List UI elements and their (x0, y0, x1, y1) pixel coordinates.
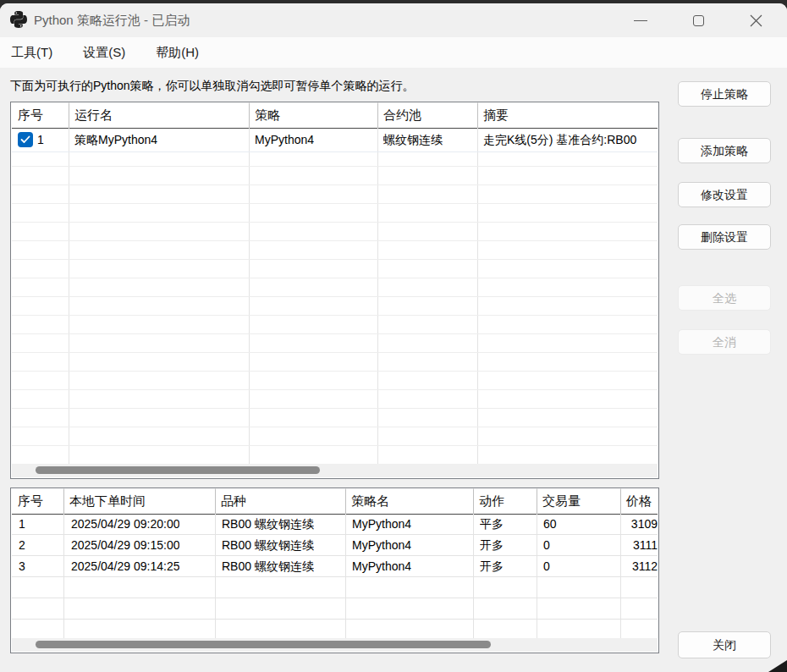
close-window-button[interactable] (736, 3, 775, 37)
h-scrollbar-thumb[interactable] (36, 641, 491, 648)
close-dialog-button[interactable]: 关闭 (678, 631, 771, 658)
strategy-row[interactable]: 1 策略MyPython4 MyPython4 螺纹钢连续 走完K线(5分) 基… (12, 128, 658, 151)
delete-settings-button[interactable]: 删除设置 (678, 224, 771, 250)
menu-help[interactable]: 帮助(H) (147, 37, 207, 68)
strategy-table: 序号 运行名 策略 合约池 摘要 1 策略MyPython4 MyPython4… (10, 102, 659, 479)
cell-index: 3 (19, 556, 25, 577)
strategy-enabled-checkbox[interactable] (18, 132, 33, 147)
header-column-divider (345, 489, 346, 514)
header-column-divider (69, 103, 69, 128)
select-all-button: 全选 (678, 285, 771, 311)
maximize-icon (693, 15, 704, 26)
cell-time: 2025/04/29 09:14:25 (71, 556, 179, 577)
strategy-col-pool: 合约池 (383, 102, 421, 128)
modify-settings-button[interactable]: 修改设置 (678, 182, 771, 207)
checkmark-icon (20, 135, 30, 144)
header-column-divider (620, 489, 621, 514)
cell-price: 3112 (607, 556, 658, 577)
menu-bar: 工具(T) 设置(S) 帮助(H) (0, 37, 787, 68)
instruction-text: 下面为可执行的Python策略，你可以单独取消勾选即可暂停单个策略的运行。 (10, 79, 415, 94)
order-col-strategy: 策略名 (351, 488, 389, 514)
cell-index: 1 (19, 514, 25, 535)
cell-summary: 走完K线(5分) 基准合约:RB00 (483, 128, 658, 151)
python-logo-icon (10, 11, 27, 28)
cell-action: 平多 (480, 514, 504, 535)
header-column-divider (377, 103, 378, 128)
app-window: Python 策略运行池 - 已启动 工具(T) 设置(S) 帮助(H) 下面为… (0, 3, 787, 672)
cell-action: 开多 (480, 556, 504, 577)
cell-price: 3111 (607, 535, 658, 556)
add-strategy-button[interactable]: 添加策略 (678, 138, 771, 163)
header-column-divider (473, 489, 474, 514)
header-column-divider (537, 489, 537, 514)
minimize-button[interactable] (621, 3, 660, 37)
order-col-volume: 交易量 (542, 488, 581, 514)
column-divider (69, 102, 69, 464)
menu-tools[interactable]: 工具(T) (3, 37, 61, 68)
minimize-icon (634, 20, 647, 21)
order-row[interactable]: 3 2025/04/29 09:14:25 RB00 螺纹钢连续 MyPytho… (12, 556, 658, 577)
cell-strategy: MyPython4 (352, 514, 411, 535)
strategy-col-runname: 运行名 (74, 102, 113, 128)
stop-strategy-button[interactable]: 停止策略 (678, 81, 771, 107)
cell-strategy: MyPython4 (352, 535, 411, 556)
column-divider (377, 102, 378, 464)
menu-settings[interactable]: 设置(S) (74, 37, 134, 68)
cell-index: 2 (19, 535, 25, 556)
column-divider (249, 102, 250, 464)
cell-time: 2025/04/29 09:20:00 (71, 514, 179, 535)
cell-price: 3109 (607, 514, 658, 535)
row-divider (12, 151, 658, 152)
cell-volume: 0 (543, 535, 550, 556)
close-icon (750, 14, 762, 27)
strategy-col-index: 序号 (18, 102, 43, 128)
cell-strategy: MyPython4 (255, 128, 314, 151)
cell-pool: 螺纹钢连续 (383, 128, 443, 151)
h-scrollbar-track[interactable] (12, 638, 658, 652)
deselect-all-button: 全消 (678, 329, 771, 355)
window-title: Python 策略运行池 - 已启动 (34, 3, 190, 37)
cell-product: RB00 螺纹钢连续 (222, 535, 314, 556)
order-col-product: 品种 (221, 488, 246, 514)
cell-product: RB00 螺纹钢连续 (222, 514, 314, 535)
cell-run-name: 策略MyPython4 (74, 128, 157, 151)
order-row[interactable]: 2 2025/04/29 09:15:00 RB00 螺纹钢连续 MyPytho… (12, 535, 658, 556)
title-bar: Python 策略运行池 - 已启动 (0, 3, 787, 37)
cell-volume: 0 (543, 556, 550, 577)
strategy-col-strategy: 策略 (255, 102, 280, 128)
grid-lines (12, 148, 658, 464)
strategy-col-summary: 摘要 (483, 102, 509, 128)
maximize-button[interactable] (679, 3, 718, 37)
order-col-action: 动作 (479, 488, 504, 514)
cell-volume: 60 (543, 514, 557, 535)
order-col-price: 价格 (626, 488, 652, 514)
order-col-time: 本地下单时间 (69, 488, 146, 514)
h-scrollbar-thumb[interactable] (36, 466, 320, 474)
header-column-divider (477, 103, 478, 128)
cell-action: 开多 (480, 535, 504, 556)
header-column-divider (63, 489, 64, 514)
cell-strategy: MyPython4 (352, 556, 411, 577)
cursor-artifact (768, 660, 787, 672)
cell-time: 2025/04/29 09:15:00 (71, 535, 179, 556)
header-column-divider (215, 489, 216, 514)
header-column-divider (249, 103, 250, 128)
cell-product: RB00 螺纹钢连续 (222, 556, 314, 577)
h-scrollbar-track[interactable] (12, 464, 658, 477)
order-table: 序号 本地下单时间 品种 策略名 动作 交易量 价格 1 2025/04/29 … (10, 487, 659, 653)
cell-index: 1 (37, 128, 44, 151)
order-col-index: 序号 (18, 488, 43, 514)
order-row[interactable]: 1 2025/04/29 09:20:00 RB00 螺纹钢连续 MyPytho… (12, 514, 658, 535)
column-divider (477, 102, 478, 464)
